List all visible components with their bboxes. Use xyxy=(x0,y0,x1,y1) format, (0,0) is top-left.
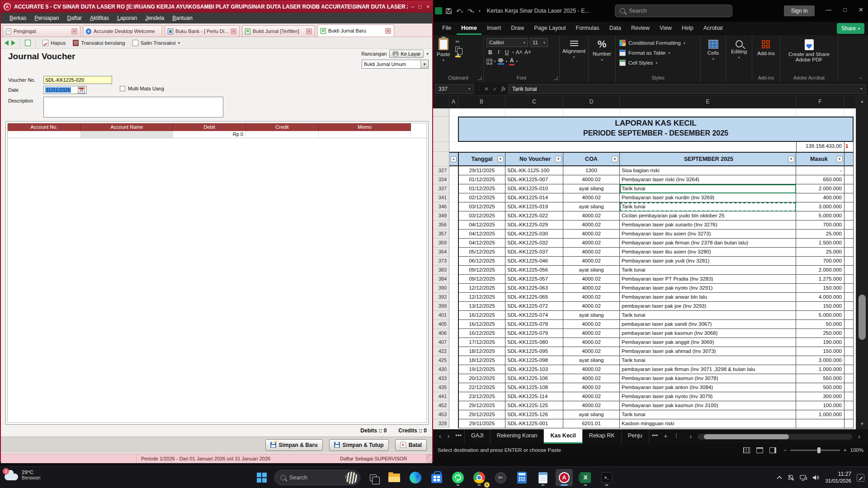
cell-g[interactable] xyxy=(844,184,854,193)
cell-description[interactable]: Cicilan pembayaran pak yudo bln oktober … xyxy=(620,211,796,221)
decrease-font-icon[interactable]: A˅ xyxy=(524,49,531,56)
cell-masuk[interactable]: 1.000.000 xyxy=(796,410,844,419)
calendar-icon[interactable]: 15 xyxy=(78,87,85,94)
cell-g[interactable] xyxy=(844,311,854,320)
multi-currency-checkbox[interactable] xyxy=(120,86,125,91)
cell-coa[interactable]: 4000.02 xyxy=(563,338,620,347)
col-g-header[interactable] xyxy=(844,96,856,108)
col-memo[interactable]: Memo xyxy=(319,123,411,131)
close-tab-icon[interactable]: × xyxy=(385,28,391,34)
cell-description[interactable]: pembayaran laser pak sandi (Inv 3067) xyxy=(620,320,796,329)
date-field[interactable]: 31/01/2026 15 xyxy=(43,86,87,94)
cancel-entry-icon[interactable]: ✕ xyxy=(484,86,489,92)
chevron-down-icon[interactable]: ▾ xyxy=(512,51,514,54)
new-sheet-icon[interactable]: + xyxy=(660,429,670,444)
save-icon[interactable] xyxy=(446,8,452,14)
cell-a[interactable] xyxy=(449,248,458,257)
accurate-menu-item[interactable]: Bantuan xyxy=(168,14,197,23)
col-debit[interactable]: Debit xyxy=(173,123,246,131)
row-header[interactable]: 384 xyxy=(433,275,449,284)
cell-description[interactable]: Pembayaran laser pak firman (Inv 2378 da… xyxy=(620,239,796,248)
zoom-slider[interactable] xyxy=(790,450,840,451)
cell-voucher[interactable]: SDL-KK1225-080 xyxy=(505,338,563,347)
cell-masuk[interactable]: - xyxy=(796,166,844,175)
row-header[interactable]: 406 xyxy=(433,329,449,338)
ribbon-tab[interactable]: Review xyxy=(627,23,654,35)
hscroll-left-icon[interactable]: ‹ xyxy=(687,430,695,443)
taskbar-search-input[interactable] xyxy=(289,474,337,481)
fill-color-button[interactable] xyxy=(498,58,504,65)
excel-titlebar[interactable]: ↶▾ ↷▾ ▾ Kertas Kerja Sinar Duta Laser 20… xyxy=(433,0,868,22)
close-icon[interactable]: ✕ xyxy=(859,6,863,13)
cell-masuk[interactable]: 1.000.000 xyxy=(796,365,844,374)
header-tanggal[interactable]: Tanggal xyxy=(458,152,505,166)
cell-coa[interactable]: 1300 xyxy=(563,166,620,175)
cell-g[interactable] xyxy=(844,383,854,392)
cell-g[interactable] xyxy=(844,275,854,284)
hscroll-right-icon[interactable]: › xyxy=(855,430,863,443)
ribbon-tab[interactable]: Formulas xyxy=(571,23,604,35)
borders-icon[interactable] xyxy=(486,59,492,65)
filter-icon[interactable] xyxy=(612,156,618,162)
row-header[interactable]: 373 xyxy=(433,257,449,266)
minimize-icon[interactable]: – xyxy=(411,4,414,10)
cell-masuk[interactable] xyxy=(796,419,844,428)
cell-a[interactable] xyxy=(449,356,458,365)
cut-icon[interactable]: ✂ xyxy=(455,39,461,45)
cell-a[interactable] xyxy=(449,211,458,221)
name-box[interactable]: 337▾ xyxy=(435,84,474,94)
forward-icon[interactable] xyxy=(11,40,15,46)
cell-voucher[interactable]: SDL-KK1225-126 xyxy=(505,410,563,419)
excel-search-input[interactable] xyxy=(629,8,701,14)
cell-a[interactable] xyxy=(449,184,458,193)
col-e-header[interactable]: E xyxy=(620,96,796,108)
cell-masuk[interactable]: 5.000.000 xyxy=(796,211,844,221)
scroll-down-icon[interactable]: ▼ xyxy=(856,419,868,428)
cell-masuk[interactable]: 2.000.000 xyxy=(796,184,844,193)
cell-description[interactable]: Tarik tunai xyxy=(620,356,796,365)
weather-widget[interactable]: 3 29°C Berawan xyxy=(5,469,40,480)
format-as-table-button[interactable]: Format as Table▾ xyxy=(616,48,700,58)
simpan-baru-button[interactable]: Simpan & Baru xyxy=(265,439,323,451)
cell-description[interactable]: Pembayaran laser ibu asien (Inv 3273) xyxy=(620,230,796,239)
insert-function-icon[interactable]: fx xyxy=(501,85,505,92)
cell-g[interactable] xyxy=(844,338,854,347)
cell-coa[interactable]: 4000.02 xyxy=(563,211,620,221)
cell-g[interactable] xyxy=(844,166,854,175)
vertical-scrollbar[interactable]: ▲ ▼ xyxy=(856,96,868,429)
alignment-button[interactable]: Alignment ▾ xyxy=(560,38,588,59)
cell-coa[interactable]: 4000.02 xyxy=(563,302,620,311)
accurate-menu-item[interactable]: Persiapan xyxy=(30,14,63,23)
cell-g[interactable] xyxy=(844,410,854,419)
cell-g[interactable] xyxy=(844,239,854,248)
create-adobe-pdf-button[interactable]: Create and Share Adobe PDF xyxy=(780,38,838,62)
zoom-out-icon[interactable]: − xyxy=(783,447,787,453)
cell-tanggal[interactable]: 04/12/2025 xyxy=(458,221,505,230)
cell-description[interactable]: pembayaran laser pak joe (Inv 3293) xyxy=(620,302,796,311)
cell-coa[interactable]: 4000.02 xyxy=(563,284,620,293)
tab-welcome[interactable]: e Accurate Desktop Welcome xyxy=(83,25,162,37)
cell-description[interactable]: Tarik tunai xyxy=(620,311,796,320)
cell-masuk[interactable]: 500.000 xyxy=(796,383,844,392)
cell-description[interactable]: Pembayaran laser PT Pradia (Inv 3283) xyxy=(620,275,796,284)
filter-icon[interactable] xyxy=(555,156,561,162)
ribbon-tab[interactable]: Home xyxy=(457,23,481,35)
cell-masuk[interactable]: 300.000 xyxy=(796,392,844,401)
cell-tanggal[interactable]: 05/12/2025 xyxy=(458,248,505,257)
normal-view-icon[interactable] xyxy=(743,447,750,453)
cell-tanggal[interactable]: 22/12/2025 xyxy=(458,383,505,392)
notifications-muted-icon[interactable] xyxy=(788,474,794,481)
row-header[interactable]: 349 xyxy=(433,211,449,221)
cell-description[interactable]: Pembayaran laser pak ahmad (Inv 3073) xyxy=(620,347,796,356)
font-name-select[interactable]: Calibri▾ xyxy=(486,38,528,47)
row-header[interactable]: 364 xyxy=(433,248,449,257)
ribbon-tab[interactable]: Help xyxy=(677,23,698,35)
row-header[interactable]: 327 xyxy=(433,166,449,175)
close-icon[interactable]: × xyxy=(426,4,429,10)
cell-voucher[interactable]: SDL-KK1225-072 xyxy=(505,302,563,311)
cell-masuk[interactable]: 3.000.000 xyxy=(796,356,844,365)
cell-tanggal[interactable]: 12/12/2025 xyxy=(458,284,505,293)
col-c-header[interactable]: C xyxy=(505,96,563,108)
cell-description[interactable]: Pembayaran laser pak yudi (Inv 3281) xyxy=(620,257,796,266)
back-icon[interactable] xyxy=(5,40,9,46)
